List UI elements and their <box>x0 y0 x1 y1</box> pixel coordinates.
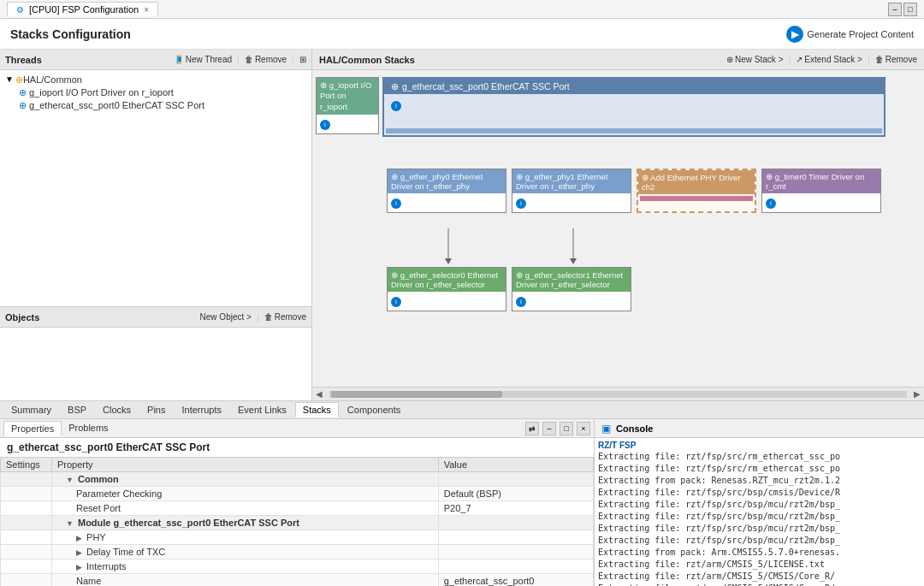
minimize-button[interactable]: – <box>888 3 902 16</box>
threads-title: Threads <box>5 55 42 65</box>
add-phy-header: ⊕ Add Ethernet PHY Driver ch2 <box>638 170 755 194</box>
row-interrupts: ▶ Interrupts <box>1 559 594 574</box>
tab-problems[interactable]: Problems <box>62 421 115 436</box>
prop-table-container[interactable]: Settings Property Value ▼ Common <box>0 457 594 586</box>
selector0-block[interactable]: ⊕ g_ether_selector0 Ethernet Driver on r… <box>387 267 506 311</box>
phy0-block[interactable]: ⊕ g_ether_phy0 Ethernet Driver on r_ethe… <box>387 169 506 213</box>
phy0-body: i <box>388 193 506 212</box>
title-tab[interactable]: ⚙ [CPU0] FSP Configuration × <box>7 2 158 16</box>
selector1-block[interactable]: ⊕ g_ether_selector1 Ethernet Driver on r… <box>512 267 631 311</box>
interrupt-expand[interactable]: ▶ <box>76 563 82 571</box>
tab-properties[interactable]: Properties <box>3 421 62 436</box>
reset-port-value[interactable]: P20_7 <box>438 501 593 516</box>
delay-expand[interactable]: ▶ <box>76 548 82 557</box>
ioport-stack-block[interactable]: ⊕ g_ioport I/O Port on r_ioport i <box>316 77 379 134</box>
scroll-right-btn[interactable]: ▶ <box>910 389 924 399</box>
new-object-button[interactable]: New Object > <box>200 312 252 322</box>
tab-stacks[interactable]: Stacks <box>295 402 339 417</box>
ioport-info-icon[interactable]: i <box>320 120 330 130</box>
delay-txc-label: ▶ Delay Time of TXC <box>52 545 439 559</box>
tab-pins[interactable]: Pins <box>139 402 173 417</box>
objects-panel-header: Objects New Object > | 🗑 Remove <box>0 307 311 328</box>
new-stack-button[interactable]: ⊕ New Stack > <box>726 55 783 64</box>
tab-event-links[interactable]: Event Links <box>230 402 294 417</box>
remove-object-button[interactable]: 🗑 Remove <box>264 312 306 322</box>
timer0-block[interactable]: ⊕ g_timer0 Timer Driver on r_cmt i <box>761 169 881 213</box>
hscroll-track[interactable] <box>329 391 907 398</box>
add-phy-bar <box>640 196 753 201</box>
ethercat-info-icon[interactable]: i <box>391 101 401 111</box>
maximize-button[interactable]: □ <box>903 3 917 16</box>
prop-action-2[interactable]: – <box>542 422 556 435</box>
selector0-icon: ⊕ <box>391 270 398 280</box>
selector1-header: ⊕ g_ether_selector1 Ethernet Driver on r… <box>512 268 631 292</box>
new-thread-button[interactable]: 🧵 New Thread <box>174 55 232 64</box>
new-thread-icon: 🧵 <box>174 55 184 64</box>
row-param-checking: Parameter Checking Default (BSP) <box>1 487 594 501</box>
settings-cell-5 <box>1 530 52 545</box>
phy0-info[interactable]: i <box>391 198 401 209</box>
remove-stack-button[interactable]: 🗑 Remove <box>875 55 917 64</box>
hscroll-area[interactable]: ◀ ▶ <box>312 387 924 400</box>
stacks-actions: ⊕ New Stack > | ↗ Extend Stack > | 🗑 Rem… <box>726 55 917 65</box>
settings-cell-2 <box>1 487 52 501</box>
console-content[interactable]: RZ/T FSP Extracting file: rzt/fsp/src/rm… <box>595 438 924 586</box>
tab-components[interactable]: Components <box>340 402 408 417</box>
console-line-10: Extracting file: rzt/arm/CMSIS_5/LICENSE… <box>598 559 921 571</box>
name-value[interactable]: g_ethercat_ssc_port0 <box>438 574 593 587</box>
scroll-left-btn[interactable]: ◀ <box>312 389 326 399</box>
console-header: ▣ Console <box>595 419 924 438</box>
common-section-label: ▼ Common <box>52 472 439 487</box>
tab-interrupts[interactable]: Interrupts <box>175 402 229 417</box>
selector1-body: i <box>512 292 631 311</box>
phy-expand[interactable]: ▶ <box>76 534 82 542</box>
selector1-icon: ⊕ <box>516 270 523 280</box>
prop-tab-group: Properties Problems <box>3 421 116 436</box>
tab-summary[interactable]: Summary <box>3 402 59 417</box>
prop-actions: ⇄ – □ × <box>525 422 590 435</box>
remove-thread-icon: 🗑 <box>245 55 253 64</box>
phy1-block[interactable]: ⊕ g_ether_phy1 Ethernet Driver on r_ethe… <box>512 169 631 213</box>
ethercat-stack-block[interactable]: ⊕ g_ethercat_ssc_port0 EtherCAT SSC Port… <box>382 77 886 137</box>
remove-thread-button[interactable]: 🗑 Remove <box>245 55 287 64</box>
col-property: Property <box>52 458 439 472</box>
hal-common-tree-item[interactable]: ▼ ⊕ HAL/Common <box>3 74 308 86</box>
console-line-9: Extracting from pack: Arm.CMSIS5.5.7.0+r… <box>598 547 921 559</box>
ethercat-block-label: g_ethercat_ssc_port0 EtherCAT SSC Port <box>402 81 570 92</box>
section-common: ▼ Common <box>1 472 594 487</box>
ethercat-connector-bar <box>386 128 882 133</box>
generate-project-button[interactable]: ▶ Generate Project Content <box>786 26 914 43</box>
ioport-tree-item[interactable]: ⊕ g_ioport I/O Port Driver on r_ioport <box>17 86 308 99</box>
ethercat-block-body: i <box>384 94 884 128</box>
tab-bsp[interactable]: BSP <box>60 402 94 417</box>
phy1-body: i <box>512 193 631 212</box>
title-bar: ⚙ [CPU0] FSP Configuration × – □ <box>0 0 924 19</box>
prop-action-3[interactable]: □ <box>560 422 573 435</box>
phy0-icon: ⊕ <box>391 172 398 181</box>
new-stack-icon: ⊕ <box>726 55 733 64</box>
selector0-info[interactable]: i <box>391 297 401 307</box>
add-phy-block[interactable]: ⊕ Add Ethernet PHY Driver ch2 <box>637 169 756 213</box>
svg-marker-3 <box>570 258 577 264</box>
console-panel: ▣ Console RZ/T FSP Extracting file: rzt/… <box>595 419 924 586</box>
col-settings: Settings <box>1 458 52 472</box>
threads-grid-button[interactable]: ⊞ <box>299 55 306 64</box>
selector1-info[interactable]: i <box>516 297 526 307</box>
stacks-canvas[interactable]: ⊕ g_ioport I/O Port on r_ioport i ⊕ g_et… <box>312 70 924 387</box>
sub-blocks-row: ⊕ g_ether_phy0 Ethernet Driver on r_ethe… <box>387 169 881 213</box>
phy1-info[interactable]: i <box>516 198 526 209</box>
prop-action-4[interactable]: × <box>577 422 590 435</box>
ioport-block-body: i <box>317 115 378 133</box>
param-checking-value[interactable]: Default (BSP) <box>438 487 593 501</box>
tab-clocks[interactable]: Clocks <box>95 402 139 417</box>
console-line-2: Extracting file: rzt/fsp/src/rm_ethercat… <box>598 463 921 475</box>
main-header: Stacks Configuration ▶ Generate Project … <box>0 19 924 50</box>
tab-close-button[interactable]: × <box>144 5 149 15</box>
timer0-info[interactable]: i <box>766 198 776 209</box>
prop-action-1[interactable]: ⇄ <box>525 422 539 435</box>
objects-title: Objects <box>5 312 39 323</box>
hscroll-thumb[interactable] <box>331 391 502 398</box>
extend-stack-button[interactable]: ↗ Extend Stack > <box>796 55 862 64</box>
ethercat-tree-item[interactable]: ⊕ g_ethercat_ssc_port0 EtherCAT SSC Port <box>17 99 308 112</box>
ethercat-icon: ⊕ <box>19 100 27 111</box>
